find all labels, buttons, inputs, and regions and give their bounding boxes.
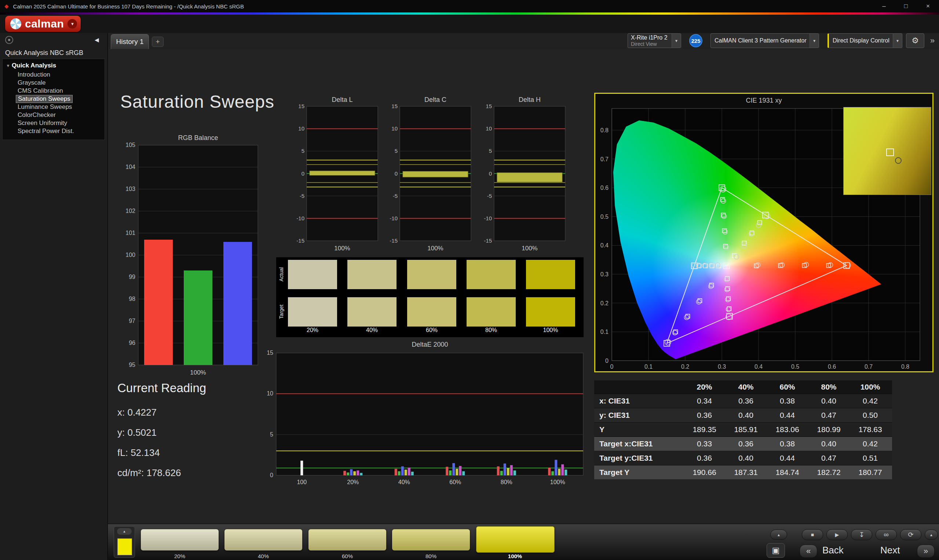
- svg-text:100%: 100%: [427, 245, 443, 252]
- sidebar-collapse-button[interactable]: ◀: [95, 37, 99, 43]
- pattern-swatch-40%[interactable]: [225, 529, 302, 551]
- results-value-cell: 185.91: [725, 425, 766, 434]
- results-value-cell: 0.38: [766, 397, 808, 405]
- svg-text:95: 95: [129, 362, 135, 368]
- meter-dropdown-icon[interactable]: ▼: [672, 34, 681, 48]
- results-value-cell: 187.31: [725, 468, 766, 477]
- cie-zoom-inset: [843, 107, 931, 195]
- close-button[interactable]: ×: [917, 0, 939, 12]
- add-tab-button[interactable]: +: [152, 37, 163, 47]
- target-swatch-40%: [347, 297, 396, 326]
- results-value-cell: 0.33: [684, 439, 725, 448]
- meter-dropdown[interactable]: X-Rite i1Pro 2 Direct View ▼: [628, 33, 681, 48]
- display-control-dropdown[interactable]: Direct Display Control ▼: [828, 33, 902, 48]
- delta-l-title: Delta L: [307, 96, 378, 104]
- svg-text:10: 10: [267, 390, 273, 397]
- swatch-col-label: 20%: [288, 327, 337, 334]
- pip-view-button[interactable]: ▣: [766, 543, 785, 558]
- results-row-target-y-cie31: Target y:CIE310.360.400.440.470.51: [594, 451, 892, 465]
- results-value-cell: 0.36: [725, 397, 766, 405]
- continuous-measure-button[interactable]: ∞: [876, 529, 897, 540]
- results-value-cell: 189.35: [684, 425, 725, 434]
- pattern-swatch-60%[interactable]: [308, 529, 386, 551]
- results-col-header-40%: 40%: [725, 383, 766, 391]
- meter-mode: Direct View: [631, 41, 668, 47]
- svg-text:0: 0: [395, 171, 398, 177]
- sidebar-item-cms-calibration[interactable]: CMS Calibration: [16, 87, 65, 95]
- meter-name: X-Rite i1Pro 2: [631, 34, 668, 41]
- meter-count-badge[interactable]: 225: [689, 34, 702, 47]
- results-value-cell: 0.50: [850, 411, 891, 420]
- svg-text:40%: 40%: [398, 479, 410, 485]
- display-control-label: Direct Display Control: [829, 37, 893, 44]
- window-title: Calman 2025 Calman Ultimate for Business…: [13, 3, 244, 9]
- svg-text:100%: 100%: [521, 245, 537, 252]
- reading-line: fL: 52.134: [117, 443, 206, 463]
- settings-gear-button[interactable]: ⚙: [906, 33, 924, 48]
- pattern-swatch-80%[interactable]: [392, 529, 470, 551]
- maximize-button[interactable]: □: [895, 0, 917, 12]
- svg-text:-15: -15: [484, 237, 492, 244]
- cie-1931-panel: CIE 1931 xy 00.10.20.30.40.50.60.70.800.…: [594, 93, 933, 372]
- svg-text:97: 97: [129, 318, 135, 324]
- play-button[interactable]: ▶: [826, 529, 848, 540]
- loop-button[interactable]: ⟳: [900, 529, 921, 540]
- row-collapse-button[interactable]: ▲: [770, 529, 787, 540]
- svg-text:-5: -5: [487, 193, 492, 199]
- actual-swatch-100%: [526, 260, 575, 289]
- svg-text:15: 15: [298, 103, 304, 109]
- delta_h-plot: -15-10-5051015100%: [478, 103, 568, 254]
- sidebar-item-grayscale[interactable]: Grayscale: [16, 79, 48, 87]
- svg-text:103: 103: [125, 186, 135, 192]
- results-value-cell: 180.99: [808, 425, 850, 434]
- delta-h-title: Delta H: [494, 96, 565, 104]
- sidebar-item-saturation-sweeps[interactable]: Saturation Sweeps: [16, 95, 72, 103]
- save-button[interactable]: ↧: [851, 529, 872, 540]
- gear-icon: ⚙: [911, 36, 919, 45]
- meter-labels: X-Rite i1Pro 2 Direct View: [628, 34, 671, 47]
- more-controls-button[interactable]: ▲: [925, 529, 938, 540]
- results-value-cell: 0.36: [725, 439, 766, 448]
- sidebar-item-luminance-sweeps[interactable]: Luminance Sweeps: [16, 103, 74, 111]
- tab-history-1[interactable]: History 1: [111, 34, 149, 49]
- pattern-generator-dropdown[interactable]: CalMAN Client 3 Pattern Generator ▼: [711, 33, 819, 48]
- sidebar-item-screen-uniformity[interactable]: Screen Uniformity: [16, 119, 69, 127]
- minimize-button[interactable]: –: [873, 0, 895, 12]
- sidebar-item-introduction[interactable]: Introduction: [16, 71, 52, 79]
- calman-menu-dropdown-icon[interactable]: ▼: [68, 19, 77, 29]
- pattern-swatch-20%[interactable]: [141, 529, 219, 551]
- results-value-cell: 184.74: [766, 468, 808, 477]
- delta-c-title: Delta C: [400, 96, 471, 104]
- tree-root-label: Quick Analysis: [12, 62, 56, 69]
- pattern-swatch-100%[interactable]: [476, 526, 555, 553]
- svg-text:100: 100: [125, 252, 135, 258]
- next-button[interactable]: Next: [880, 545, 900, 556]
- actual-swatch-20%: [288, 260, 337, 289]
- results-value-cell: 0.36: [684, 411, 725, 420]
- sidebar-item-spectral-power-dist-[interactable]: Spectral Power Dist.: [16, 127, 76, 135]
- next-chevron-button[interactable]: »: [917, 545, 934, 558]
- reading-line: x: 0.4227: [117, 402, 206, 423]
- svg-text:100%: 100%: [550, 479, 565, 485]
- generator-dropdown-icon[interactable]: ▼: [809, 34, 819, 48]
- current-reading: Current Reading x: 0.4227y: 0.5021fL: 52…: [117, 381, 206, 483]
- svg-text:-15: -15: [390, 237, 398, 244]
- tree-root-quick-analysis[interactable]: ▾ Quick Analysis: [3, 60, 105, 71]
- svg-text:5: 5: [302, 148, 304, 154]
- svg-text:-5: -5: [300, 193, 304, 199]
- results-row-label: Target Y: [594, 468, 684, 477]
- back-chevron-button[interactable]: «: [800, 545, 817, 558]
- chrome-expand-button[interactable]: »: [927, 35, 937, 46]
- stop-button[interactable]: ■: [802, 529, 823, 540]
- back-button[interactable]: Back: [822, 545, 843, 556]
- calman-menu-button[interactable]: calman ▼: [5, 16, 81, 32]
- results-row-x-cie31: x: CIE310.340.360.380.400.42: [594, 394, 892, 408]
- results-row-y-cie31: y: CIE310.360.400.440.470.50: [594, 408, 892, 423]
- sidebar-item-colorchecker[interactable]: ColorChecker: [16, 111, 58, 119]
- pattern-generator-label: CalMAN Client 3 Pattern Generator: [711, 37, 809, 44]
- display-dropdown-icon[interactable]: ▼: [893, 34, 902, 48]
- app-icon: ◆: [5, 3, 9, 9]
- svg-text:-15: -15: [296, 237, 304, 244]
- sidebar-menu-button[interactable]: [5, 36, 13, 44]
- reading-line: cd/m²: 178.626: [117, 463, 206, 483]
